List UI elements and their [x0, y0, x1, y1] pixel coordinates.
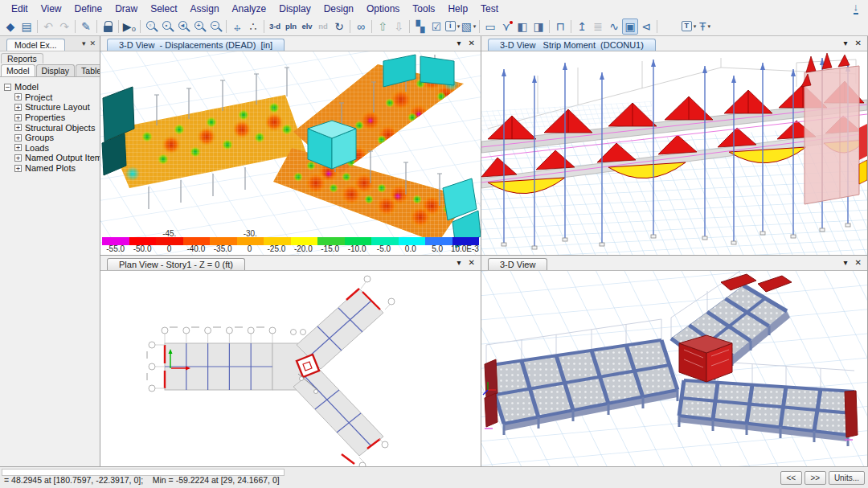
plan-view-canvas[interactable]: [100, 271, 481, 466]
menu-analyze[interactable]: Analyze: [226, 3, 273, 14]
filter-display-icon[interactable]: Ŧ▾: [697, 18, 713, 35]
pane-plan-view-tab[interactable]: Plan View - Story1 - Z = 0 (ft): [107, 258, 245, 270]
menu-test[interactable]: Test: [474, 3, 505, 14]
draw-slab-icon[interactable]: ≣: [590, 18, 606, 35]
run-analysis-icon[interactable]: ▶₀: [121, 18, 137, 35]
strip-moment-canvas[interactable]: [481, 51, 867, 255]
undo-icon[interactable]: ↶: [40, 18, 56, 35]
strip-display-a-icon[interactable]: ◧: [514, 18, 530, 35]
object-info-icon[interactable]: i▾: [444, 18, 461, 35]
tree-item-structure-layout[interactable]: +Structure Layout: [4, 102, 100, 113]
pane-close-icon[interactable]: ✕: [855, 39, 862, 47]
zoom-previous-icon[interactable]: ◂: [175, 18, 191, 35]
pan-icon[interactable]: ↔↕: [229, 18, 245, 35]
tree-item-named-plots[interactable]: +Named Plots: [4, 163, 100, 174]
tree-item-properties[interactable]: +Properties: [4, 113, 100, 123]
pink-wall: [801, 53, 867, 204]
window-arrange-icon[interactable]: ▚: [412, 18, 428, 35]
tree-item-groups[interactable]: +Groups: [4, 133, 100, 143]
status-buttons: <<>>Units...: [780, 471, 865, 485]
view-named-icon[interactable]: nd: [315, 18, 331, 35]
pane-close-icon[interactable]: ✕: [469, 258, 475, 267]
menu-bar: EditViewDefineDrawSelectAssignAnalyzeDis…: [0, 0, 868, 17]
pane-menu-icon[interactable]: ▾: [457, 39, 461, 47]
pane-3d-view-tab[interactable]: 3-D View: [488, 258, 547, 270]
pane-close-icon[interactable]: ✕: [855, 258, 862, 267]
pane-plan-view: Plan View - Story1 - Z = 0 (ft) ▾ ✕: [100, 256, 481, 466]
tree-item-model-root[interactable]: −Model: [4, 82, 100, 92]
tree-item-structural-objects[interactable]: +Structural Objects: [4, 122, 100, 133]
menu-options[interactable]: Options: [360, 3, 406, 14]
next-button[interactable]: >>: [805, 471, 826, 485]
pane-3d-view: 3-D View ▾ ✕: [481, 256, 867, 466]
redo-icon[interactable]: ↷: [56, 18, 72, 35]
rotate-3d-icon[interactable]: ↻: [331, 18, 347, 35]
lock-model-icon[interactable]: [100, 18, 116, 35]
pane-close-icon[interactable]: ✕: [469, 39, 475, 47]
model-explorer-tab[interactable]: Model Ex...: [6, 39, 65, 51]
toolbar-separator: [409, 20, 410, 33]
plan-viewport: [100, 271, 481, 466]
draw-beam-icon[interactable]: ⊓: [552, 18, 568, 35]
panel-menu-icon[interactable]: ▾: [82, 39, 86, 47]
view-3d-icon[interactable]: 3-d: [267, 18, 283, 35]
zoom-rect-icon[interactable]: ▫: [143, 18, 159, 35]
toolbar-separator: [140, 20, 141, 33]
view-elevation-icon[interactable]: elv: [299, 18, 315, 35]
pane-menu-icon[interactable]: ▾: [457, 258, 461, 267]
strip-display-b-icon[interactable]: ◨: [530, 18, 547, 35]
save-icon[interactable]: ▤: [18, 18, 35, 35]
show-deformed-icon[interactable]: ▣: [622, 18, 638, 35]
pane-menu-icon[interactable]: ▾: [844, 258, 848, 267]
pane-strip-moment-tab[interactable]: 3-D View Strip Moment (DCONU1): [488, 39, 656, 51]
toolbar-separator: [75, 20, 76, 33]
units-button[interactable]: Units...: [829, 471, 865, 485]
tab-tables[interactable]: Tables: [76, 64, 100, 76]
extruded-3d-canvas[interactable]: [481, 271, 867, 466]
draw-pen-icon[interactable]: ✎: [78, 18, 94, 35]
display-options-icon[interactable]: T▾: [681, 18, 697, 35]
extrude-view-icon[interactable]: ⊲: [638, 18, 654, 35]
menu-tools[interactable]: Tools: [406, 3, 441, 14]
panel-close-icon[interactable]: ✕: [89, 39, 96, 47]
zoom-out-icon[interactable]: −: [207, 18, 223, 35]
menu-select[interactable]: Select: [144, 3, 183, 14]
viewport-grid: 3-D View - Displacements (DEAD) [in] ▾ ✕: [100, 36, 868, 466]
draw-wall-icon[interactable]: ⋎: [498, 18, 514, 35]
tab-display[interactable]: Display: [36, 64, 75, 76]
pane-strip-moment-header: 3-D View Strip Moment (DCONU1) ▾ ✕: [481, 36, 867, 51]
tab-reports[interactable]: Reports: [1, 53, 43, 64]
menu-design[interactable]: Design: [317, 3, 360, 14]
menu-draw[interactable]: Draw: [108, 3, 144, 14]
object-view-cube-icon[interactable]: ▧▾: [461, 18, 477, 35]
view-plan-icon[interactable]: pln: [283, 18, 299, 35]
menu-view[interactable]: View: [35, 3, 68, 14]
snap-points-icon[interactable]: ∴: [245, 18, 261, 35]
menu-display[interactable]: Display: [272, 3, 317, 14]
object-shade-view-icon[interactable]: ∞: [353, 18, 369, 35]
zoom-in-icon[interactable]: +: [191, 18, 207, 35]
move-up-in-list-icon[interactable]: ⇧: [375, 18, 391, 35]
draw-column-icon[interactable]: ↥: [574, 18, 590, 35]
tree-item-project[interactable]: +Project: [4, 92, 100, 103]
menu-help[interactable]: Help: [441, 3, 474, 14]
displacement-3d-canvas[interactable]: [100, 51, 481, 255]
displacement-viewport: -55.0-50.00-40.0-35.00-25.0-20.0-15.0-10…: [100, 51, 481, 255]
menu-edit[interactable]: Edit: [5, 3, 35, 14]
menu-define[interactable]: Define: [68, 3, 108, 14]
tree-item-named-output-items[interactable]: +Named Output Items: [4, 153, 100, 163]
zoom-all-icon[interactable]: •: [159, 18, 175, 35]
tree-item-loads[interactable]: +Loads: [4, 143, 100, 154]
tab-model[interactable]: Model: [1, 64, 35, 76]
toolbar-separator: [571, 20, 571, 33]
download-icon[interactable]: ↓: [854, 1, 859, 14]
select-check-icon[interactable]: ☑: [428, 18, 444, 35]
previous-button[interactable]: <<: [780, 471, 802, 485]
draw-tendon-icon[interactable]: ∿: [606, 18, 622, 35]
pane-displacements-tab[interactable]: 3-D View - Displacements (DEAD) [in]: [107, 39, 285, 51]
pane-menu-icon[interactable]: ▾: [844, 39, 848, 47]
draw-rectangle-icon[interactable]: ▭: [482, 18, 498, 35]
menu-assign[interactable]: Assign: [184, 3, 226, 14]
move-down-in-list-icon[interactable]: ⇩: [391, 18, 407, 35]
new-model-icon[interactable]: ◆: [2, 18, 18, 35]
